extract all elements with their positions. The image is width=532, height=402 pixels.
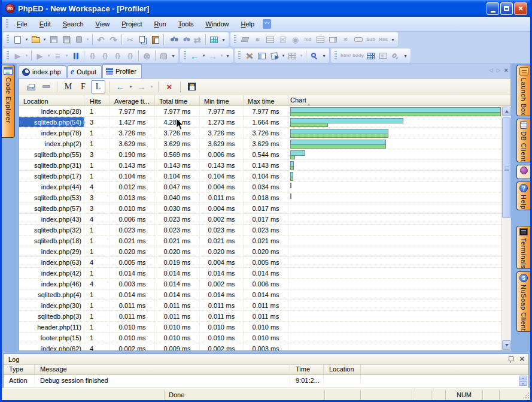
column-header-max-time[interactable]: Max time	[244, 95, 288, 105]
combobox-field-icon[interactable]	[327, 34, 339, 46]
toolbar-overflow-button[interactable]: ▾	[321, 50, 327, 62]
radio-field-icon[interactable]: ◉	[289, 34, 302, 46]
save-results-icon[interactable]	[184, 80, 199, 93]
table-row[interactable]: index.php(42)10.014 ms0.014 ms0.014 ms0.…	[19, 268, 501, 279]
show-functions-button[interactable]: F	[76, 80, 90, 93]
table-row[interactable]: sqlitedb.php(32)10.023 ms0.023 ms0.023 m…	[19, 225, 501, 235]
log-column-header-time[interactable]: Time	[290, 365, 324, 374]
table-row[interactable]: index.php(62)40.002 ms0.009 ms0.002 ms0.…	[19, 343, 501, 350]
checkbox-field-icon[interactable]: ☒	[276, 34, 289, 46]
body-tag-button[interactable]: body	[352, 50, 364, 62]
run-in-debugger-icon[interactable]: ▶	[34, 50, 46, 62]
column-header-total-time[interactable]: Total time	[155, 95, 200, 105]
toolbar-grip[interactable]	[234, 35, 236, 44]
resize-grip-icon[interactable]	[522, 392, 530, 399]
menu-search[interactable]: Search	[57, 19, 90, 29]
publish-dropdown[interactable]: ▾	[281, 50, 286, 62]
group-field-icon[interactable]	[314, 34, 327, 46]
close-panel-icon[interactable]: ✕	[519, 355, 525, 363]
menu-tools[interactable]: Tools	[172, 19, 200, 29]
scrollbar-thumb[interactable]	[502, 117, 511, 218]
log-scrollbar[interactable]: ▴▾	[519, 376, 527, 386]
sidebar-tab-db-client[interactable]: DB Client	[516, 119, 530, 162]
publish-icon[interactable]	[268, 50, 281, 62]
sidebar-tab-help[interactable]: ?Help	[516, 182, 530, 210]
menu-file[interactable]: File	[11, 19, 34, 29]
redo-icon[interactable]: ↷	[107, 34, 120, 46]
insert-link-icon[interactable]	[390, 50, 402, 62]
reset-button-icon[interactable]: Res	[377, 34, 390, 46]
run-in-browser-icon[interactable]	[308, 50, 321, 62]
label-field-icon[interactable]: aI	[251, 34, 264, 46]
log-column-header-type[interactable]: Type	[4, 365, 35, 374]
maximize-button[interactable]	[500, 2, 513, 15]
column-header-chart[interactable]: Chart	[288, 95, 511, 105]
hidden-field-icon[interactable]: hid	[302, 34, 314, 46]
undo-icon[interactable]: ↶	[95, 34, 107, 46]
column-header-hits[interactable]: Hits	[84, 95, 110, 105]
step-out-icon[interactable]: {}	[111, 50, 124, 62]
new-file-dropdown[interactable]: ▾	[24, 34, 29, 46]
log-column-header-location[interactable]: Location	[324, 365, 361, 374]
run-profiler-icon[interactable]: ≡	[51, 50, 64, 62]
sidebar-tab-code-explorer[interactable]: Code Explorer	[2, 65, 15, 138]
table-row[interactable]: index.php(2)13.629 ms3.629 ms3.629 ms3.6…	[19, 138, 501, 149]
table-row[interactable]: index.php(44)40.012 ms0.047 ms0.004 ms0.…	[19, 182, 501, 192]
menu-help[interactable]: Help	[235, 19, 261, 29]
toolbar-grip[interactable]	[7, 35, 9, 44]
table-row[interactable]: index.php(43)40.006 ms0.023 ms0.002 ms0.…	[19, 214, 501, 225]
break-icon[interactable]	[157, 50, 170, 62]
log-row[interactable]: ActionDebug session finished9:01:2...▴▾	[4, 375, 528, 386]
menu-project[interactable]: Project	[115, 19, 148, 29]
toolbar-overflow-button[interactable]: ▾	[224, 50, 231, 62]
run-to-cursor-icon[interactable]: {}	[124, 50, 136, 62]
tab-output[interactable]: eOutput	[67, 65, 102, 78]
accounts-icon[interactable]	[256, 50, 268, 62]
table-row[interactable]: index.php(28)17.977 ms7.977 ms7.977 ms7.…	[19, 106, 501, 117]
menu-view[interactable]: View	[90, 19, 116, 29]
toolbar-overflow-button[interactable]: ▾	[402, 50, 409, 62]
minimize-button[interactable]	[487, 2, 499, 15]
toolbar-grip[interactable]	[335, 51, 337, 61]
menubar-grip[interactable]	[6, 19, 8, 29]
cut-icon[interactable]: ✂	[124, 34, 136, 46]
step-over-icon[interactable]: {}	[99, 50, 111, 62]
print-icon[interactable]	[24, 80, 38, 93]
table-row[interactable]: footer.php(15)10.010 ms0.010 ms0.010 ms0…	[19, 333, 501, 343]
show-lines-button[interactable]: L	[91, 80, 105, 93]
find-next-icon[interactable]	[178, 34, 191, 46]
menu-edit[interactable]: Edit	[34, 19, 57, 29]
replace-icon[interactable]: ⇄	[191, 34, 203, 46]
code-snippets-icon[interactable]	[208, 34, 220, 46]
table-row[interactable]: sqlitedb.php(55)30.190 ms0.569 ms0.006 m…	[19, 149, 501, 160]
stop-icon[interactable]: ⊗	[141, 50, 153, 62]
copy-icon[interactable]	[136, 34, 149, 46]
table-row[interactable]: sqlitedb.php(54)31.427 ms4.282 ms1.273 m…	[19, 117, 501, 128]
toolbar-overflow-button[interactable]: ▾	[390, 34, 396, 46]
scroll-up-button[interactable]	[502, 107, 511, 116]
menu-overflow-button[interactable]: ˅˅	[263, 19, 271, 29]
pushbutton-field-icon[interactable]	[352, 34, 364, 46]
table-row[interactable]: index.php(63)40.005 ms0.019 ms0.004 ms0.…	[19, 257, 501, 268]
upload-icon[interactable]	[72, 34, 85, 46]
navigate-forward-icon[interactable]: →	[206, 50, 219, 62]
save-all-icon[interactable]	[60, 34, 72, 46]
column-header-average-ti-[interactable]: Average ti...	[110, 95, 155, 105]
open-file-dropdown[interactable]: ▾	[42, 34, 47, 46]
open-file-icon[interactable]	[29, 34, 42, 46]
toolbar-grip[interactable]	[184, 51, 186, 61]
html-tag-button[interactable]: html	[339, 50, 352, 62]
table-row[interactable]: index.php(46)40.003 ms0.014 ms0.002 ms0.…	[19, 279, 501, 289]
toolbar-overflow-button[interactable]: ▾	[220, 34, 227, 46]
insert-table-icon[interactable]	[364, 50, 377, 62]
navigate-back-dropdown[interactable]: ▾	[201, 50, 206, 62]
table-row[interactable]: sqlitedb.php(3)10.011 ms0.011 ms0.011 ms…	[19, 311, 501, 322]
table-row[interactable]: sqlitedb.php(31)10.143 ms0.143 ms0.143 m…	[19, 160, 501, 171]
navigate-back-icon[interactable]: ←	[189, 50, 201, 62]
sidebar-tab-php-manual[interactable]	[516, 165, 530, 179]
view-table-icon[interactable]	[286, 50, 299, 62]
menu-window[interactable]: Window	[199, 19, 235, 29]
show-methods-button[interactable]: M	[61, 80, 75, 93]
insert-image-icon[interactable]	[377, 50, 390, 62]
history-back-icon[interactable]: ←	[113, 80, 127, 93]
